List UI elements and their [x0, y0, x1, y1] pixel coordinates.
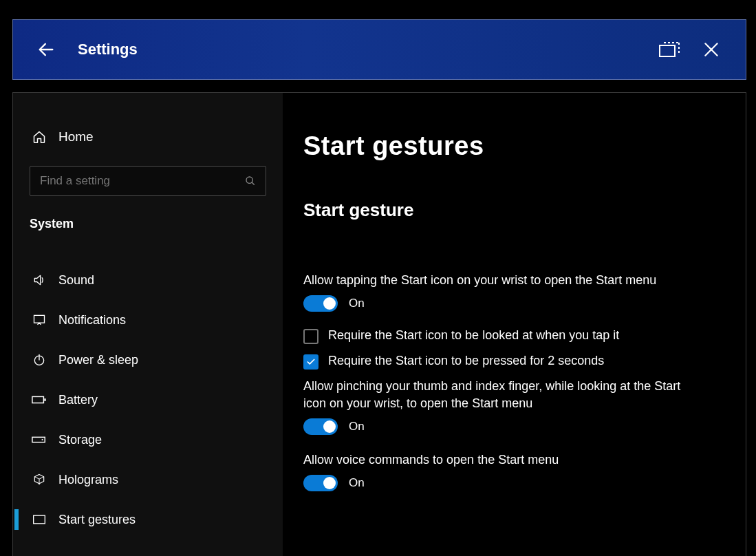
sidebar-item-label: Power & sleep — [58, 353, 138, 367]
setting-label: Allow tapping the Start icon on your wri… — [303, 272, 689, 288]
svg-rect-2 — [34, 315, 45, 323]
svg-rect-0 — [660, 45, 675, 56]
start-gestures-icon — [30, 514, 49, 525]
checkbox-row-press: Require the Start icon to be pressed for… — [303, 354, 714, 370]
sidebar-item-start-gestures[interactable]: Start gestures — [13, 500, 283, 539]
checkbox-row-look: Require the Start icon to be looked at w… — [303, 328, 714, 344]
sidebar-item-notifications[interactable]: Notifications — [13, 300, 283, 340]
page-title: Start gestures — [303, 131, 714, 161]
toggle-state: On — [349, 297, 365, 310]
svg-point-7 — [41, 439, 43, 440]
body-panel: Home System Sound Notifications — [12, 92, 746, 556]
title-text: Settings — [78, 41, 138, 58]
window-icon — [658, 40, 682, 59]
section-title: Start gesture — [303, 200, 714, 221]
sidebar-item-label: Battery — [58, 393, 98, 407]
svg-rect-4 — [32, 396, 43, 403]
toggle-voice[interactable] — [303, 475, 338, 491]
sidebar-category: System — [30, 217, 266, 231]
sidebar-nav: Sound Notifications Power & sleep Batter… — [13, 260, 283, 539]
power-icon — [30, 353, 49, 367]
search-input[interactable] — [40, 174, 244, 188]
home-label: Home — [58, 129, 94, 145]
back-button[interactable] — [32, 36, 60, 63]
sidebar-item-label: Storage — [58, 433, 102, 447]
checkbox-label: Require the Start icon to be looked at w… — [328, 328, 619, 343]
svg-rect-5 — [44, 398, 45, 401]
back-arrow-icon — [36, 40, 56, 59]
setting-tap-start: Allow tapping the Start icon on your wri… — [303, 272, 714, 370]
toggle-pinch[interactable] — [303, 418, 338, 435]
main-content: Start gestures Start gesture Allow tappi… — [283, 93, 746, 556]
sidebar-item-battery[interactable]: Battery — [13, 380, 283, 420]
sidebar-item-storage[interactable]: Storage — [13, 420, 283, 460]
checkbox-require-press[interactable] — [303, 354, 318, 370]
sidebar-item-home[interactable]: Home — [30, 120, 266, 153]
home-icon — [30, 130, 49, 144]
storage-icon — [30, 435, 49, 445]
follow-me-button[interactable] — [649, 29, 691, 70]
setting-label: Allow voice commands to open the Start m… — [303, 451, 689, 468]
notifications-icon — [30, 313, 49, 327]
titlebar: Settings — [12, 19, 746, 80]
close-icon — [702, 41, 720, 58]
toggle-tap-start[interactable] — [303, 295, 338, 312]
setting-label: Allow pinching your thumb and index fing… — [303, 378, 689, 411]
checkbox-label: Require the Start icon to be pressed for… — [328, 354, 604, 368]
sidebar-item-power-sleep[interactable]: Power & sleep — [13, 340, 283, 380]
sidebar-item-label: Sound — [58, 273, 94, 288]
sidebar-item-sound[interactable]: Sound — [13, 260, 283, 300]
sidebar-item-label: Start gestures — [58, 513, 136, 527]
setting-pinch: Allow pinching your thumb and index fing… — [303, 378, 714, 435]
toggle-state: On — [349, 420, 365, 434]
toggle-state: On — [349, 476, 365, 490]
close-button[interactable] — [691, 29, 732, 70]
search-icon — [244, 175, 257, 186]
search-box[interactable] — [30, 166, 266, 196]
sidebar-item-label: Notifications — [58, 313, 126, 328]
battery-icon — [30, 395, 49, 405]
sound-icon — [30, 273, 49, 287]
checkbox-require-look[interactable] — [303, 329, 318, 344]
sidebar-item-holograms[interactable]: Holograms — [13, 460, 283, 500]
svg-rect-8 — [34, 515, 45, 524]
sidebar-item-label: Holograms — [58, 473, 118, 487]
holograms-icon — [30, 473, 49, 486]
sidebar: Home System Sound Notifications — [13, 93, 283, 556]
setting-voice: Allow voice commands to open the Start m… — [303, 451, 714, 491]
